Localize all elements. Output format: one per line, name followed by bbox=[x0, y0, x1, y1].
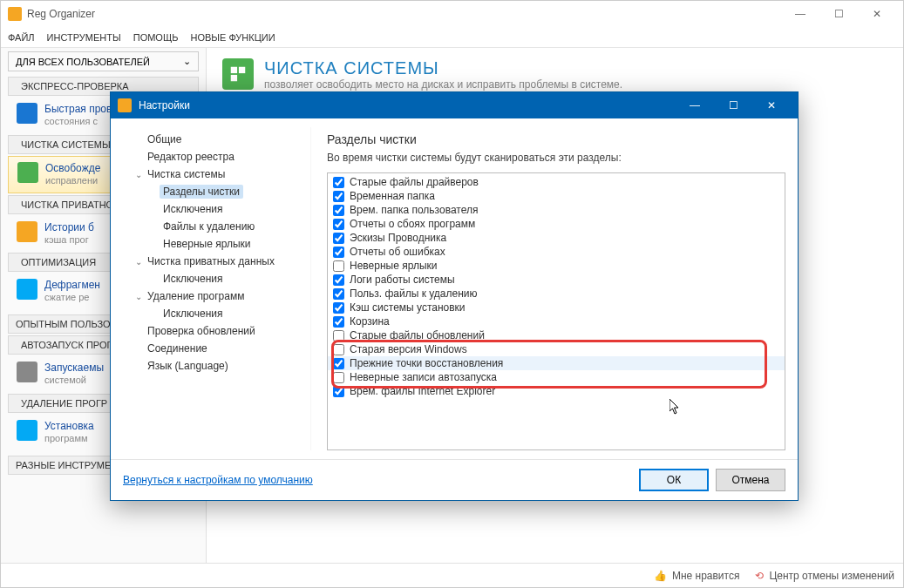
dialog-close-button[interactable]: ✕ bbox=[752, 92, 791, 118]
tree-node[interactable]: ⌄Удаление программ bbox=[125, 287, 305, 305]
check-item-checkbox[interactable] bbox=[333, 330, 344, 341]
main-titlebar: Reg Organizer — ☐ ✕ bbox=[1, 1, 903, 27]
tree-node-label: Разделы чистки bbox=[160, 185, 243, 199]
sidebar-item-sub: исправлени bbox=[45, 175, 100, 187]
tree-node[interactable]: Исключения bbox=[125, 305, 305, 322]
check-item-checkbox[interactable] bbox=[333, 260, 344, 272]
cancel-button[interactable]: Отмена bbox=[716, 469, 785, 491]
check-item-checkbox[interactable] bbox=[333, 274, 344, 286]
check-item[interactable]: Отчеты о сбоях программ bbox=[328, 217, 785, 231]
sidebar-item-title: Дефрагмен bbox=[44, 279, 100, 292]
check-item[interactable]: Старая версия Windows bbox=[328, 342, 785, 356]
check-item-checkbox[interactable] bbox=[333, 247, 344, 258]
check-item-checkbox[interactable] bbox=[333, 177, 344, 188]
status-undo[interactable]: ⟲ Центр отмены изменений bbox=[755, 570, 894, 582]
check-item-checkbox[interactable] bbox=[333, 372, 344, 383]
tree-node[interactable]: Язык (Language) bbox=[125, 357, 305, 375]
sidebar-item-icon bbox=[17, 279, 37, 300]
check-item[interactable]: Старые файлы обновлений bbox=[328, 328, 785, 342]
tree-node[interactable]: Общие bbox=[125, 131, 305, 148]
check-item-label: Старые файлы драйверов bbox=[350, 176, 479, 188]
close-button[interactable]: ✕ bbox=[858, 1, 896, 27]
check-item-checkbox[interactable] bbox=[333, 386, 344, 397]
settings-tree[interactable]: ОбщиеРедактор реестра⌄Чистка системыРазд… bbox=[119, 127, 311, 450]
check-item-checkbox[interactable] bbox=[333, 358, 344, 369]
tree-node-label: Чистка системы bbox=[144, 167, 228, 181]
check-item[interactable]: Неверные записи автозапуска bbox=[328, 370, 785, 384]
panel-title: Разделы чистки bbox=[327, 132, 785, 146]
tree-node-label: Неверные ярлыки bbox=[160, 237, 255, 251]
svg-rect-1 bbox=[239, 67, 245, 73]
status-bar: 👍 Мне нравится ⟲ Центр отмены изменений bbox=[1, 563, 903, 587]
tree-node[interactable]: Неверные ярлыки bbox=[125, 235, 305, 253]
tree-node[interactable]: ⌄Чистка приватных данных bbox=[125, 253, 305, 270]
thumbs-up-icon: 👍 bbox=[654, 570, 667, 582]
dialog-maximize-button[interactable]: ☐ bbox=[714, 92, 752, 118]
menu-tools[interactable]: ИНСТРУМЕНТЫ bbox=[47, 32, 121, 43]
tree-node-label: Общие bbox=[144, 132, 185, 146]
tree-expander-icon[interactable]: ⌄ bbox=[133, 292, 144, 301]
tree-node[interactable]: Исключения bbox=[125, 270, 305, 287]
check-item[interactable]: Неверные ярлыки bbox=[328, 259, 785, 273]
tree-expander-icon[interactable]: ⌄ bbox=[133, 170, 144, 179]
minimize-button[interactable]: — bbox=[781, 1, 819, 27]
check-item[interactable]: Старые файлы драйверов bbox=[328, 175, 785, 189]
check-item-checkbox[interactable] bbox=[333, 316, 344, 328]
status-like[interactable]: 👍 Мне нравится bbox=[654, 570, 740, 582]
dialog-title: Настройки bbox=[139, 99, 676, 112]
page-subtitle: позволяет освободить место на дисках и и… bbox=[264, 78, 622, 91]
svg-rect-0 bbox=[231, 67, 237, 73]
chevron-down-icon: ⌄ bbox=[183, 56, 191, 67]
check-item-checkbox[interactable] bbox=[333, 302, 344, 314]
menu-help[interactable]: ПОМОЩЬ bbox=[133, 32, 179, 43]
check-item-checkbox[interactable] bbox=[333, 233, 344, 244]
tree-node[interactable]: ⌄Чистка системы bbox=[125, 166, 305, 183]
check-item-label: Старая версия Windows bbox=[350, 343, 467, 355]
menu-file[interactable]: ФАЙЛ bbox=[8, 32, 35, 43]
settings-dialog: Настройки — ☐ ✕ ОбщиеРедактор реестра⌄Чи… bbox=[110, 91, 799, 501]
tree-node-label: Проверка обновлений bbox=[144, 324, 259, 338]
check-item[interactable]: Логи работы системы bbox=[328, 273, 785, 287]
check-item-checkbox[interactable] bbox=[333, 219, 344, 230]
checklist[interactable]: Старые файлы драйверовВременная папкаВре… bbox=[327, 172, 785, 450]
page-header-icon bbox=[222, 58, 254, 90]
tree-node[interactable]: Разделы чистки bbox=[125, 183, 305, 200]
check-item-checkbox[interactable] bbox=[333, 288, 344, 300]
dialog-minimize-button[interactable]: — bbox=[676, 92, 714, 118]
user-scope-dropdown[interactable]: ДЛЯ ВСЕХ ПОЛЬЗОВАТЕЛЕЙ ⌄ bbox=[8, 51, 199, 71]
settings-panel: Разделы чистки Во время чистки системы б… bbox=[311, 127, 785, 450]
tree-node-label: Чистка приватных данных bbox=[144, 254, 278, 268]
check-item[interactable]: Эскизы Проводника bbox=[328, 231, 785, 245]
tree-node[interactable]: Редактор реестра bbox=[125, 148, 305, 166]
sidebar-item-title: Истории б bbox=[44, 221, 94, 234]
status-like-label: Мне нравится bbox=[672, 570, 740, 582]
tree-expander-icon[interactable]: ⌄ bbox=[133, 257, 144, 267]
check-item[interactable]: Врем. папка пользователя bbox=[328, 203, 785, 217]
menu-new[interactable]: НОВЫЕ ФУНКЦИИ bbox=[190, 32, 275, 43]
tree-node[interactable]: Исключения bbox=[125, 200, 305, 218]
sidebar-item-title: Установка bbox=[44, 420, 94, 433]
check-item[interactable]: Кэш системы установки bbox=[328, 301, 785, 314]
user-scope-label: ДЛЯ ВСЕХ ПОЛЬЗОВАТЕЛЕЙ bbox=[16, 57, 150, 67]
tree-node[interactable]: Соединение bbox=[125, 340, 305, 357]
tree-node-label: Файлы к удалению bbox=[160, 220, 258, 233]
check-item[interactable]: Польз. файлы к удалению bbox=[328, 287, 785, 301]
tree-node[interactable]: Файлы к удалению bbox=[125, 218, 305, 235]
reset-defaults-link[interactable]: Вернуться к настройкам по умолчанию bbox=[123, 474, 313, 486]
check-item-label: Эскизы Проводника bbox=[350, 232, 446, 244]
check-item-label: Отчеты о сбоях программ bbox=[350, 218, 475, 230]
check-item[interactable]: Корзина bbox=[328, 314, 785, 328]
maximize-button[interactable]: ☐ bbox=[819, 1, 858, 27]
check-item-checkbox[interactable] bbox=[333, 205, 344, 216]
check-item[interactable]: Отчеты об ошибках bbox=[328, 245, 785, 259]
panel-desc: Во время чистки системы будут сканироват… bbox=[327, 152, 785, 164]
tree-node[interactable]: Проверка обновлений bbox=[125, 322, 305, 340]
check-item[interactable]: Временная папка bbox=[328, 189, 785, 203]
check-item-checkbox[interactable] bbox=[333, 191, 344, 202]
sidebar-item-icon bbox=[17, 162, 38, 183]
ok-button[interactable]: ОК bbox=[639, 469, 709, 491]
check-item-checkbox[interactable] bbox=[333, 344, 344, 355]
check-item[interactable]: Врем. файлы Internet Explorer bbox=[328, 384, 785, 398]
check-item[interactable]: Прежние точки восстановления bbox=[328, 356, 785, 370]
page-header: ЧИСТКА СИСТЕМЫ позволяет освободить мест… bbox=[222, 58, 887, 91]
